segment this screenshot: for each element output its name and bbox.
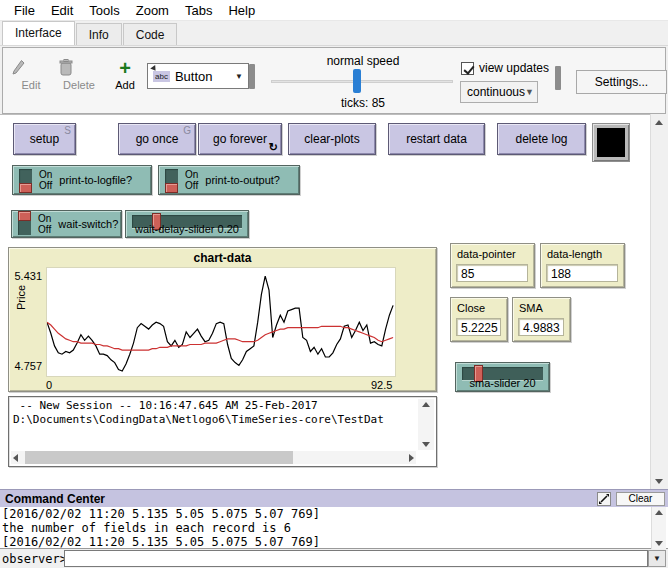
tab-interface[interactable]: Interface [2,21,75,45]
print-to-output-label: print-to-output? [205,174,280,186]
x-axis-max-label: 92.5 [371,379,392,391]
menu-zoom[interactable]: Zoom [128,1,177,20]
chart-panel: chart-data 5.431 4.757 Price 0 92.5 [8,247,437,392]
setup-button[interactable]: setup S [13,123,76,155]
wait-switch-label: wait-switch? [58,218,118,230]
sma-value: 4.9883 [518,318,564,336]
y-axis-min-label: 4.757 [14,360,42,372]
interface-vertical-scrollbar[interactable] [650,114,666,490]
scroll-left-icon[interactable] [13,454,18,462]
output-line: -- New Session -- 10:16:47.645 AM 25-Feb… [13,399,318,412]
output-area[interactable]: -- New Session -- 10:16:47.645 AM 25-Feb… [8,396,437,467]
go-once-hotkey: G [183,125,191,136]
output-text: -- New Session -- 10:16:47.645 AM 25-Feb… [13,399,414,450]
on-off-labels: On Off [38,213,51,235]
widget-type-dropdown[interactable]: abc Button ▼ [147,63,249,89]
delete-log-button[interactable]: delete log [497,123,586,155]
command-input[interactable] [64,550,648,567]
agent-type-dropdown[interactable]: ▼ [648,550,666,567]
add-button-label: Add [115,79,135,91]
off-label: Off [39,180,52,191]
wait-switch[interactable]: On Off wait-switch? [11,210,122,238]
tab-code[interactable]: Code [123,23,178,45]
toggle-handle[interactable] [18,213,31,235]
sma-slider[interactable]: sma-slider 20 [455,362,550,392]
log-line: [2016/02/02 11:20 5.135 5.05 5.075 5.07 … [2,507,320,521]
restart-data-button[interactable]: restart data [388,123,485,155]
toolbar: Edit Delete + Add abc Button ▼ normal sp… [2,47,666,114]
go-once-button-label: go once [136,132,179,146]
scroll-up-icon[interactable] [655,120,663,125]
chart-series-close [47,276,393,371]
close-label: Close [457,302,485,314]
menu-tabs[interactable]: Tabs [177,1,220,20]
menu-file[interactable]: File [6,1,43,20]
output-horizontal-scrollbar[interactable] [11,451,416,464]
menu-help[interactable]: Help [220,1,263,20]
setup-hotkey: S [64,125,71,136]
y-axis-max-label: 5.431 [14,270,42,282]
wait-delay-slider-label: wait-delay-slider 0.20 [126,223,248,235]
chart-plot-svg [47,268,395,376]
delete-button[interactable]: Delete [59,59,99,91]
log-line: the number of fields in each record is 6 [2,521,291,535]
print-to-output-switch[interactable]: On Off print-to-output? [158,165,300,195]
command-center-header: Command Center Clear [0,489,668,507]
data-pointer-monitor: data-pointer 85 [450,243,535,288]
data-pointer-label: data-pointer [457,248,516,260]
world-view[interactable] [592,123,630,162]
speed-slider-label: normal speed [273,54,453,68]
scroll-down-icon[interactable] [422,442,430,447]
print-to-logfile-switch[interactable]: On Off print-to-logfile? [12,165,152,195]
clear-button[interactable]: Clear [616,492,665,506]
chart-title: chart-data [9,251,436,265]
on-off-labels: On Off [185,169,198,191]
speed-slider-track[interactable] [271,80,453,83]
tab-info[interactable]: Info [76,23,122,45]
update-mode-dropdown[interactable]: continuous ▼ [460,81,538,103]
wait-delay-slider[interactable]: wait-delay-slider 0.20 [125,210,249,238]
menu-edit[interactable]: Edit [43,1,81,20]
add-button[interactable]: + Add [105,59,145,91]
on-off-labels: On Off [39,169,52,191]
scroll-up-icon[interactable] [422,402,430,407]
output-vertical-scrollbar[interactable] [418,399,434,450]
sma-monitor: SMA 4.9883 [512,297,571,342]
data-pointer-value: 85 [456,264,528,282]
on-label: On [38,213,51,224]
view-updates-checkbox[interactable] [461,62,474,75]
view-updates-checkbox-row: view updates [461,61,549,75]
clear-plots-button-label: clear-plots [304,132,359,146]
scrollbar-thumb[interactable] [25,451,293,464]
scroll-down-icon[interactable] [655,479,663,484]
on-label: On [39,169,52,180]
data-length-value: 188 [546,264,618,282]
widget-type-value: Button [175,69,213,84]
toggle-handle[interactable] [165,169,178,191]
menu-bar: File Edit Tools Zoom Tabs Help [0,0,668,21]
toggle-handle[interactable] [19,169,32,191]
edit-button[interactable]: Edit [11,59,51,91]
clear-plots-button[interactable]: clear-plots [288,123,376,155]
expand-icon[interactable] [597,492,611,506]
command-input-row: observer> ▼ [0,549,668,568]
toolbar-separator [555,66,561,90]
forever-loop-icon: ↻ [269,142,278,153]
pencil-icon [11,59,51,79]
scroll-right-icon[interactable] [409,454,414,462]
plus-icon: + [105,59,145,79]
output-line: D:\Documents\CodingData\Netlogo6\TimeSer… [13,413,384,426]
on-label: On [185,169,198,180]
go-forever-button[interactable]: go forever ↻ [198,123,282,155]
ticks-counter: ticks: 85 [273,96,453,110]
command-log-scrollbar[interactable] [651,507,666,549]
log-line: [2016/02/02 11:20 5.135 5.05 5.075 5.07 … [2,535,320,549]
scroll-down-icon[interactable] [655,541,663,546]
menu-tools[interactable]: Tools [81,1,127,20]
settings-button[interactable]: Settings... [576,70,667,94]
off-label: Off [38,224,51,235]
command-center-log[interactable]: [2016/02/02 11:20 5.135 5.05 5.075 5.07 … [0,507,668,549]
go-once-button[interactable]: go once G [118,123,196,155]
speed-slider-handle[interactable] [353,69,361,93]
scroll-up-icon[interactable] [655,510,663,515]
